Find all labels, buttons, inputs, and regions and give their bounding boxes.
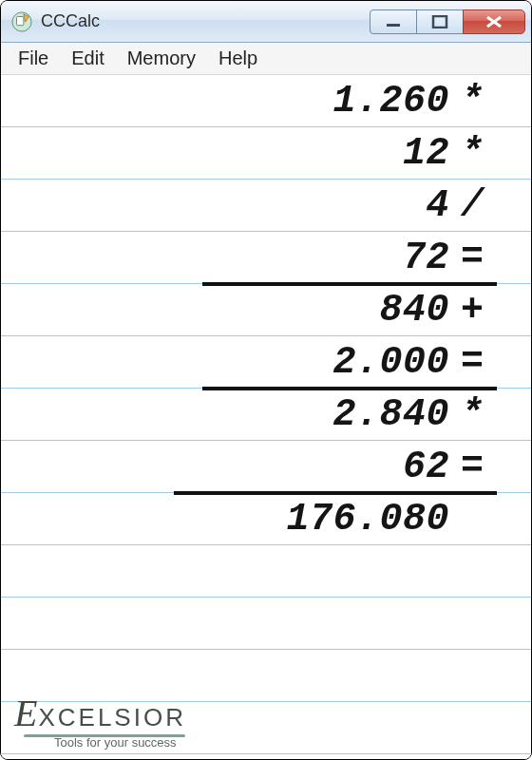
menu-file[interactable]: File bbox=[9, 44, 58, 73]
tape-value: 72 bbox=[403, 237, 449, 279]
menu-help[interactable]: Help bbox=[209, 44, 267, 73]
svg-rect-3 bbox=[433, 16, 446, 28]
window-title: CCCalc bbox=[41, 11, 100, 31]
maximize-icon bbox=[431, 15, 448, 28]
tape-operator: = bbox=[461, 237, 485, 279]
tape-row[interactable]: 12* bbox=[1, 127, 531, 180]
tape-row[interactable]: 2.840* bbox=[1, 389, 531, 441]
window-controls bbox=[370, 10, 525, 34]
tape-operator: = bbox=[461, 446, 485, 488]
close-icon bbox=[484, 15, 504, 28]
app-window: CCCalc File bbox=[0, 0, 532, 760]
tape-operator: * bbox=[461, 132, 485, 175]
tape-value: 840 bbox=[379, 289, 449, 332]
tape-operator: / bbox=[461, 184, 485, 227]
close-button[interactable] bbox=[463, 10, 525, 34]
tape-row[interactable]: 72= bbox=[1, 232, 531, 284]
menu-memory[interactable]: Memory bbox=[118, 44, 205, 73]
tape-row[interactable]: 4/ bbox=[1, 180, 531, 232]
minimize-button[interactable] bbox=[370, 10, 417, 34]
tape-value: 2.840 bbox=[332, 393, 449, 436]
svg-rect-1 bbox=[17, 16, 24, 25]
app-icon bbox=[10, 10, 33, 33]
tape-value: 12 bbox=[403, 132, 449, 175]
brand-name: XCELSIOR bbox=[38, 703, 186, 732]
tape-value: 2.000 bbox=[332, 341, 449, 384]
svg-rect-2 bbox=[387, 24, 400, 27]
tape-row[interactable]: 176.080 bbox=[1, 493, 531, 545]
tape-operator: * bbox=[461, 393, 485, 436]
menu-bar: File Edit Memory Help bbox=[1, 43, 531, 75]
tape-row[interactable]: 2.000= bbox=[1, 336, 531, 389]
brand-initial: E bbox=[14, 694, 37, 732]
tape-value: 1.260 bbox=[332, 80, 449, 123]
tape-operator: * bbox=[461, 80, 485, 123]
tape-value: 176.080 bbox=[286, 498, 449, 541]
tape-value: 4 bbox=[426, 184, 449, 227]
maximize-button[interactable] bbox=[416, 10, 464, 34]
minimize-icon bbox=[385, 15, 402, 28]
menu-edit[interactable]: Edit bbox=[62, 44, 113, 73]
tape-row[interactable]: 840+ bbox=[1, 284, 531, 336]
title-bar[interactable]: CCCalc bbox=[1, 1, 531, 43]
tape-row[interactable]: 1.260* bbox=[1, 75, 531, 127]
brand-logo: E XCELSIOR Tools for your success bbox=[14, 694, 186, 750]
tape-operator: = bbox=[461, 341, 485, 384]
tape-row[interactable]: 62= bbox=[1, 441, 531, 493]
brand-tagline: Tools for your success bbox=[54, 735, 177, 750]
tape-rows: 1.260*12*4/72=840+2.000=2.840*62=176.080 bbox=[1, 75, 531, 545]
tape-operator: + bbox=[461, 289, 485, 332]
tape-value: 62 bbox=[403, 446, 449, 488]
calculator-tape[interactable]: 1.260*12*4/72=840+2.000=2.840*62=176.080… bbox=[1, 75, 531, 759]
